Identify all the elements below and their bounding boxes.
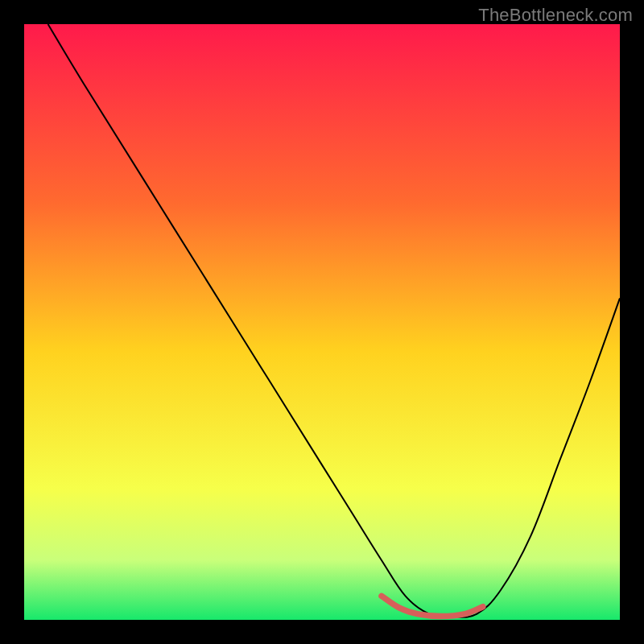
gradient-background xyxy=(24,24,620,620)
chart-frame: TheBottleneck.com xyxy=(0,0,644,644)
watermark-text: TheBottleneck.com xyxy=(478,5,633,26)
chart-svg xyxy=(24,24,620,620)
plot-area xyxy=(24,24,620,620)
